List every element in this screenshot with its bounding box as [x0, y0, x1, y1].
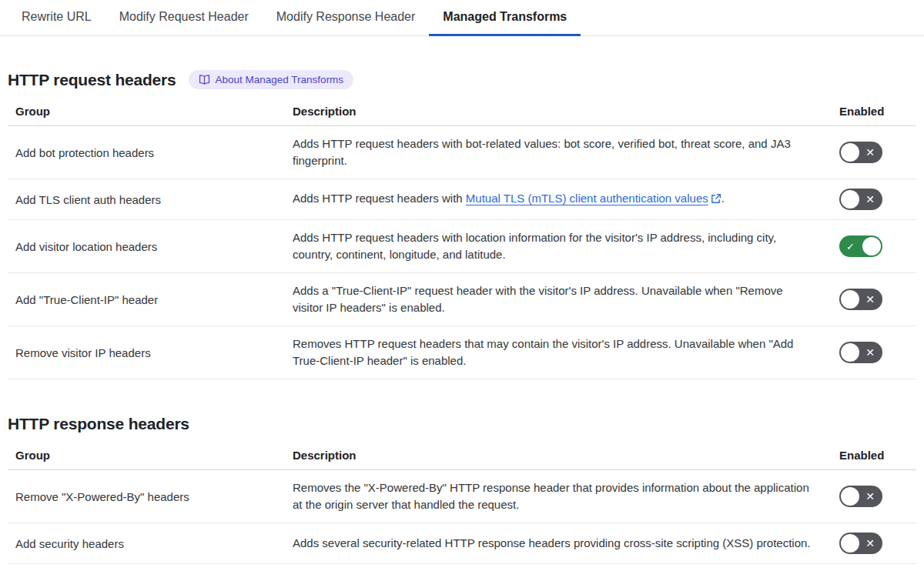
column-header-description: Description: [293, 449, 824, 462]
group-cell: Add visitor location headers: [15, 240, 277, 253]
column-header-enabled: Enabled: [839, 105, 886, 118]
check-icon: ✓: [846, 242, 855, 252]
toggle-knob: [841, 190, 859, 209]
description-cell: Removes the "X-Powered-By" HTTP response…: [293, 479, 824, 513]
tab-managed-transforms[interactable]: Managed Transforms: [429, 0, 581, 36]
description-text: .: [721, 192, 725, 205]
toggle-remove-visitor-ip-headers[interactable]: ✓ ✕: [839, 342, 882, 363]
description-cell: Adds several security-related HTTP respo…: [293, 535, 824, 552]
toggle-add-bot-protection-headers[interactable]: ✓ ✕: [839, 142, 882, 163]
description-cell: Adds HTTP request headers with Mutual TL…: [293, 190, 824, 209]
response-headers-title: HTTP response headers: [8, 415, 189, 433]
table-row: Add bot protection headers Adds HTTP req…: [8, 126, 916, 179]
description-text: Adds HTTP request headers with: [293, 192, 466, 205]
transform-rules-tabbar: Rewrite URL Modify Request Header Modify…: [0, 0, 924, 36]
column-header-group: Group: [15, 105, 277, 118]
mtls-docs-link[interactable]: Mutual TLS (mTLS) client authentication …: [466, 192, 708, 205]
toggle-add-true-client-ip-header[interactable]: ✓ ✕: [839, 289, 882, 310]
group-cell: Add TLS client auth headers: [15, 193, 277, 206]
description-cell: Adds HTTP request headers with location …: [293, 229, 824, 263]
cross-icon: ✕: [865, 294, 875, 305]
table-header-row: Group Description Enabled: [8, 102, 916, 126]
cross-icon: ✕: [865, 194, 875, 205]
tab-modify-response-header[interactable]: Modify Response Header: [263, 0, 430, 36]
cross-icon: ✕: [865, 491, 875, 502]
toggle-remove-x-powered-by-headers[interactable]: ✓ ✕: [839, 486, 882, 507]
tab-rewrite-url[interactable]: Rewrite URL: [8, 0, 105, 36]
cross-icon: ✕: [865, 347, 875, 358]
table-row: Add "True-Client-IP" header Adds a "True…: [8, 273, 916, 326]
toggle-knob: [841, 343, 859, 362]
column-header-description: Description: [293, 105, 824, 118]
cross-icon: ✕: [865, 147, 875, 158]
group-cell: Add security headers: [15, 537, 277, 550]
toggle-knob: [841, 534, 859, 553]
cross-icon: ✕: [865, 538, 875, 549]
table-row: Add security headers Adds several securi…: [8, 523, 916, 564]
description-cell: Adds a "True-Client-IP" request header w…: [293, 282, 824, 316]
request-headers-title: HTTP request headers: [8, 71, 176, 89]
group-cell: Add bot protection headers: [15, 146, 277, 159]
tab-modify-request-header[interactable]: Modify Request Header: [105, 0, 263, 36]
external-link-icon: [711, 192, 721, 209]
about-managed-transforms-badge[interactable]: About Managed Transforms: [189, 70, 354, 89]
column-header-enabled: Enabled: [839, 449, 886, 462]
description-cell: Adds HTTP request headers with bot-relat…: [293, 135, 824, 169]
book-icon: [199, 75, 210, 85]
toggle-knob: [862, 237, 881, 255]
toggle-add-security-headers[interactable]: ✓ ✕: [839, 533, 882, 554]
badge-label: About Managed Transforms: [216, 74, 344, 85]
request-headers-table: Group Description Enabled Add bot protec…: [8, 102, 916, 379]
toggle-add-tls-client-auth-headers[interactable]: ✓ ✕: [839, 189, 882, 210]
toggle-knob: [841, 487, 859, 506]
toggle-add-visitor-location-headers[interactable]: ✓ ✕: [839, 235, 882, 257]
table-row: Remove visitor IP headers Removes HTTP r…: [8, 326, 916, 379]
table-row: Add visitor location headers Adds HTTP r…: [8, 220, 916, 273]
toggle-knob: [841, 290, 859, 309]
description-cell: Removes HTTP request headers that may co…: [293, 336, 824, 369]
column-header-group: Group: [15, 449, 277, 462]
table-row: Remove "X-Powered-By" headers Removes th…: [8, 470, 916, 523]
response-headers-table: Group Description Enabled Remove "X-Powe…: [8, 446, 916, 564]
table-row: Add TLS client auth headers Adds HTTP re…: [8, 179, 916, 220]
group-cell: Remove visitor IP headers: [15, 346, 277, 359]
toggle-knob: [841, 143, 859, 162]
group-cell: Remove "X-Powered-By" headers: [15, 490, 277, 503]
group-cell: Add "True-Client-IP" header: [15, 293, 277, 306]
table-header-row: Group Description Enabled: [8, 446, 916, 470]
